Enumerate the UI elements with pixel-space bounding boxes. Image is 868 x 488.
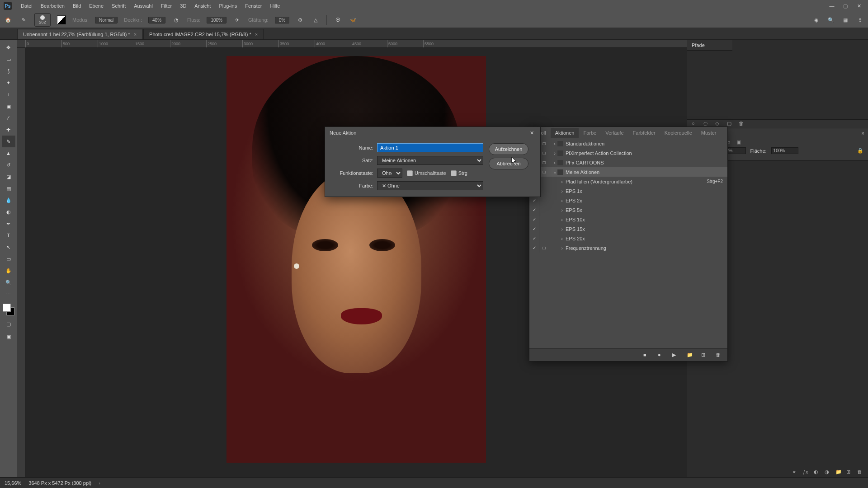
lock-icon[interactable]: 🔒 — [857, 148, 863, 154]
expand-chevron-icon[interactable]: › — [559, 179, 565, 184]
opacity-value[interactable]: 40% — [148, 17, 165, 23]
menu-3d[interactable]: 3D — [176, 1, 190, 10]
status-chevron-icon[interactable]: › — [99, 480, 100, 486]
action-row[interactable]: ✓›EPS 15x — [529, 224, 727, 234]
doc-tab-2[interactable]: Photo cred IMAGE2.CR2 bei 15,7% (RGB/8) … — [143, 29, 264, 39]
action-row[interactable]: ✓›EPS 10x — [529, 215, 727, 224]
tab-actions[interactable]: Aktionen — [551, 128, 579, 138]
action-row[interactable]: ›EPS 1x — [529, 186, 727, 196]
panel-close-icon[interactable]: × — [862, 131, 868, 136]
doc-tab-1-close-icon[interactable]: × — [134, 32, 137, 37]
play-icon[interactable]: ▶ — [672, 352, 679, 358]
toggle-dialog-icon[interactable] — [539, 234, 549, 243]
menu-image[interactable]: Bild — [69, 1, 85, 10]
menu-window[interactable]: Fenster — [241, 1, 265, 10]
stamp-tool[interactable]: ▲ — [2, 147, 15, 159]
smoothing-gear-icon[interactable]: ⚙ — [296, 15, 305, 24]
diamond-icon[interactable]: ◇ — [715, 121, 722, 127]
toggle-dialog-icon[interactable] — [539, 215, 549, 224]
mode-value[interactable]: Normal — [95, 17, 118, 23]
mask-icon[interactable]: ◐ — [814, 469, 821, 476]
menu-edit[interactable]: Bearbeiten — [37, 1, 68, 10]
lasso-tool[interactable]: ⟆ — [2, 65, 15, 77]
toggle-dialog-icon[interactable]: □ — [539, 243, 549, 253]
toggle-dialog-icon[interactable]: □ — [539, 148, 549, 158]
doc-tab-1[interactable]: Unbenannt-1 bei 22,7% (Farbfüllung 1, RG… — [17, 29, 142, 39]
history-brush-tool[interactable]: ↺ — [2, 159, 15, 171]
menu-select[interactable]: Auswahl — [130, 1, 156, 10]
toggle-check-icon[interactable]: ✓ — [529, 196, 539, 205]
toggle-check-icon[interactable]: ✓ — [529, 234, 539, 243]
group-icon[interactable]: 📁 — [835, 469, 843, 476]
delete-icon[interactable]: 🗑 — [716, 352, 722, 358]
doc-tab-2-close-icon[interactable]: × — [255, 32, 258, 37]
shift-checkbox[interactable]: Umschalttaste — [407, 170, 446, 176]
menu-layer[interactable]: Ebene — [85, 1, 107, 10]
action-name-input[interactable] — [377, 143, 483, 152]
doc-info[interactable]: 3648 Px x 5472 Px (300 ppi) — [28, 480, 91, 486]
path-select-tool[interactable]: ↖ — [2, 241, 15, 253]
pressure-size-icon[interactable]: ⦿ — [333, 15, 342, 24]
symmetry-icon[interactable]: 🦋 — [349, 15, 358, 24]
search-icon[interactable]: 🔍 — [826, 15, 835, 24]
crop-tool[interactable]: ⟂ — [2, 89, 15, 100]
move-tool[interactable]: ✥ — [2, 42, 15, 53]
toggle-dialog-icon[interactable] — [539, 205, 549, 215]
toggle-dialog-icon[interactable] — [539, 177, 549, 186]
layer-fill-input[interactable] — [771, 147, 798, 154]
quick-select-tool[interactable]: ✦ — [2, 77, 15, 89]
color-select[interactable]: ✕ Ohne — [377, 181, 483, 190]
workspace-icon[interactable]: ▦ — [841, 15, 850, 24]
record-icon[interactable]: ● — [658, 352, 664, 358]
expand-chevron-icon[interactable]: › — [559, 207, 565, 213]
angle-icon[interactable]: △ — [311, 15, 320, 24]
paths-panel-tab[interactable]: Pfade — [687, 40, 732, 51]
eraser-tool[interactable]: ◪ — [2, 171, 15, 183]
adjustment-icon[interactable]: ◑ — [825, 469, 832, 476]
toggle-dialog-icon[interactable]: □ — [539, 167, 549, 177]
new-set-icon[interactable]: 📁 — [687, 352, 693, 358]
minimize-icon[interactable]: — — [826, 2, 837, 10]
brush-panel-icon[interactable] — [57, 15, 66, 24]
new-action-icon[interactable]: ⊞ — [701, 352, 708, 358]
square-icon[interactable]: ▢ — [727, 121, 733, 127]
action-set-select[interactable]: Meine Aktionen — [377, 156, 483, 165]
toggle-check-icon[interactable]: ✓ — [529, 224, 539, 234]
home-icon[interactable]: 🏠 — [4, 15, 13, 24]
pressure-opacity-icon[interactable]: ◔ — [172, 15, 181, 24]
expand-chevron-icon[interactable]: › — [559, 217, 565, 222]
brush-preview[interactable]: 262 — [34, 13, 51, 27]
color-swatch[interactable] — [3, 304, 14, 315]
zoom-level[interactable]: 15,66% — [5, 480, 21, 486]
action-row[interactable]: □⌄Meine Aktionen — [529, 167, 727, 177]
menu-type[interactable]: Schrift — [108, 1, 129, 10]
tab-gradients[interactable]: Verläufe — [601, 128, 628, 138]
healing-tool[interactable]: ✚ — [2, 124, 15, 136]
hand-tool[interactable]: ✋ — [2, 265, 15, 277]
trash-layer-icon[interactable]: 🗑 — [857, 469, 864, 476]
tab-swatches[interactable]: Farbfelder — [628, 128, 660, 138]
expand-chevron-icon[interactable]: › — [552, 160, 557, 165]
zoom-tool[interactable]: 🔍 — [2, 277, 15, 288]
expand-chevron-icon[interactable]: › — [559, 226, 565, 232]
expand-chevron-icon[interactable]: ⌄ — [552, 169, 557, 175]
dialog-close-icon[interactable]: ✕ — [528, 129, 536, 137]
shape-tool[interactable]: ▭ — [2, 253, 15, 265]
action-row[interactable]: □›PiXimperfect Action Collection — [529, 148, 727, 158]
share-icon[interactable]: ⇪ — [855, 15, 864, 24]
record-button[interactable]: Aufzeichnen — [489, 143, 528, 155]
action-row[interactable]: ✓□›Frequenztrennung — [529, 243, 727, 253]
smoothing-value[interactable]: 0% — [275, 17, 289, 23]
actions-list[interactable]: □›Standardaktionen□›PiXimperfect Action … — [529, 139, 727, 348]
action-row[interactable]: ›Pfad füllen (Vordergrundfarbe)Strg+F2 — [529, 177, 727, 186]
quickmask-icon[interactable]: ▢ — [2, 318, 15, 330]
menu-help[interactable]: Hilfe — [266, 1, 283, 10]
expand-chevron-icon[interactable]: › — [559, 236, 565, 241]
stop-icon[interactable]: ■ — [643, 352, 650, 358]
menu-plugins[interactable]: Plug-ins — [215, 1, 241, 10]
dodge-tool[interactable]: ◐ — [2, 206, 15, 218]
more-tools[interactable]: ⋯ — [2, 288, 15, 300]
toggle-dialog-icon[interactable]: □ — [539, 139, 549, 148]
close-icon[interactable]: ✕ — [854, 2, 864, 10]
fx-icon[interactable]: ƒx — [803, 469, 810, 476]
